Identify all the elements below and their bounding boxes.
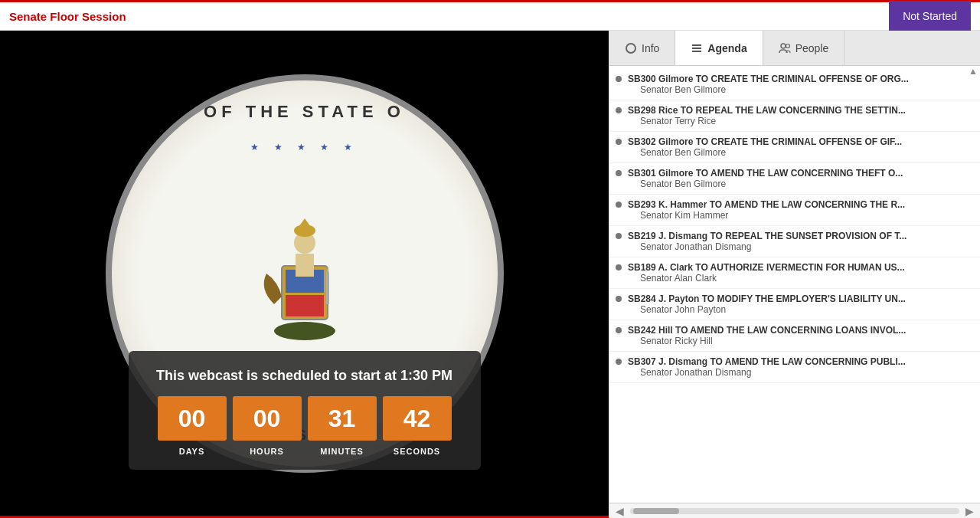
agenda-item-title: SB302 Gilmore TO CREATE THE CRIMINAL OFF… — [628, 136, 972, 147]
agenda-bullet — [616, 139, 622, 145]
agenda-bullet — [616, 264, 622, 270]
agenda-item-title: SB307 J. Dismang TO AMEND THE LAW CONCER… — [628, 356, 972, 367]
agenda-item-senator: Senator Alan Clark — [628, 273, 972, 284]
list-icon — [691, 42, 703, 54]
agenda-list[interactable]: SB300 Gilmore TO CREATE THE CRIMINAL OFF… — [609, 66, 980, 503]
agenda-bullet — [616, 202, 622, 208]
agenda-item[interactable]: SB302 Gilmore TO CREATE THE CRIMINAL OFF… — [609, 132, 980, 163]
svg-rect-7 — [326, 274, 329, 304]
seal-stars: ★ ★ ★ ★ ★ — [250, 142, 358, 152]
tab-agenda[interactable]: Agenda — [675, 31, 763, 65]
svg-point-10 — [626, 44, 635, 53]
svg-point-14 — [781, 44, 786, 48]
minutes-box: 31 — [308, 396, 377, 441]
circle-icon — [625, 42, 637, 54]
agenda-item[interactable]: SB300 Gilmore TO CREATE THE CRIMINAL OFF… — [609, 69, 980, 100]
seconds-box: 42 — [383, 396, 452, 441]
seconds-label: SECONDS — [383, 447, 452, 456]
tab-bar: Info Agenda — [609, 31, 980, 66]
agenda-item-title: SB301 Gilmore TO AMEND THE LAW CONCERNIN… — [628, 168, 972, 179]
svg-point-15 — [786, 44, 789, 48]
svg-rect-11 — [692, 44, 701, 46]
svg-rect-4 — [296, 254, 314, 277]
tab-agenda-label: Agenda — [707, 42, 746, 54]
svg-rect-2 — [286, 295, 324, 316]
agenda-item-title: SB298 Rice TO REPEAL THE LAW CONCERNING … — [628, 105, 972, 116]
hours-label: HOURS — [233, 447, 302, 456]
svg-point-9 — [274, 322, 335, 340]
agenda-item[interactable]: SB293 K. Hammer TO AMEND THE LAW CONCERN… — [609, 195, 980, 226]
agenda-item-title: SB284 J. Payton TO MODIFY THE EMPLOYER'S… — [628, 293, 972, 304]
agenda-item[interactable]: SB189 A. Clark TO AUTHORIZE IVERMECTIN F… — [609, 257, 980, 289]
agenda-item-title: SB293 K. Hammer TO AMEND THE LAW CONCERN… — [628, 199, 972, 210]
agenda-bullet — [616, 296, 622, 302]
countdown-message: This webcast is scheduled to start at 1:… — [152, 368, 458, 384]
countdown-boxes: 00 00 31 42 — [152, 396, 458, 441]
not-started-button[interactable]: Not Started — [889, 1, 971, 31]
agenda-item-title: SB219 J. Dismang TO REPEAL THE SUNSET PR… — [628, 231, 972, 241]
agenda-item-senator: Senator Ben Gilmore — [628, 84, 972, 95]
page-title: Senate Floor Session — [9, 10, 126, 23]
agenda-item[interactable]: SB219 J. Dismang TO REPEAL THE SUNSET PR… — [609, 226, 980, 257]
agenda-bullet — [616, 327, 622, 333]
right-panel: Info Agenda — [609, 31, 980, 518]
agenda-item-title: SB300 Gilmore TO CREATE THE CRIMINAL OFF… — [628, 74, 972, 84]
agenda-item[interactable]: SB242 Hill TO AMEND THE LAW CONCERNING L… — [609, 320, 980, 352]
agenda-bullet — [616, 359, 622, 365]
agenda-item-senator: Senator Jonathan Dismang — [628, 367, 972, 378]
people-icon — [779, 42, 791, 54]
header: Senate Floor Session Not Started — [0, 0, 980, 31]
scroll-up-button[interactable]: ▲ — [968, 66, 978, 77]
agenda-bullet — [616, 170, 622, 176]
agenda-item-senator: Senator Jonathan Dismang — [628, 241, 972, 252]
agenda-item[interactable]: SB284 J. Payton TO MODIFY THE EMPLOYER'S… — [609, 289, 980, 320]
scroll-thumb[interactable] — [633, 508, 679, 514]
seal-figure — [236, 212, 374, 350]
agenda-bullet — [616, 233, 622, 239]
agenda-bullet — [616, 76, 622, 82]
countdown-labels: DAYS HOURS MINUTES SECONDS — [152, 447, 458, 456]
scroll-left-button[interactable]: ◀ — [612, 505, 627, 517]
agenda-item-senator: Senator Ben Gilmore — [628, 179, 972, 189]
horizontal-scrollbar: ◀ ▶ — [609, 503, 980, 518]
agenda-item[interactable]: SB298 Rice TO REPEAL THE LAW CONCERNING … — [609, 100, 980, 132]
agenda-item-senator: Senator Kim Hammer — [628, 210, 972, 221]
agenda-item-senator: Senator Ricky Hill — [628, 336, 972, 346]
svg-rect-13 — [692, 51, 701, 52]
agenda-item[interactable]: SB307 J. Dismang TO AMEND THE LAW CONCER… — [609, 352, 980, 383]
main-content: OF THE STATE O ★ ★ ★ ★ ★ — [0, 31, 980, 518]
video-area: OF THE STATE O ★ ★ ★ ★ ★ — [0, 31, 609, 518]
days-label: DAYS — [158, 447, 227, 456]
agenda-item-senator: Senator Ben Gilmore — [628, 147, 972, 158]
tab-people[interactable]: People — [763, 31, 845, 65]
svg-rect-12 — [692, 48, 701, 49]
agenda-item-title: SB242 Hill TO AMEND THE LAW CONCERNING L… — [628, 325, 972, 336]
tab-info-label: Info — [642, 42, 659, 54]
minutes-label: MINUTES — [308, 447, 377, 456]
seal-text-1: OF THE STATE O — [204, 102, 405, 122]
agenda-bullet — [616, 107, 622, 113]
scroll-right-button[interactable]: ▶ — [962, 505, 977, 517]
days-box: 00 — [158, 396, 227, 441]
agenda-item-title: SB189 A. Clark TO AUTHORIZE IVERMECTIN F… — [628, 262, 972, 273]
svg-point-6 — [294, 225, 315, 237]
scroll-track[interactable] — [630, 508, 959, 514]
agenda-item[interactable]: SB301 Gilmore TO AMEND THE LAW CONCERNIN… — [609, 163, 980, 195]
countdown-overlay: This webcast is scheduled to start at 1:… — [129, 351, 481, 470]
agenda-item-senator: Senator John Payton — [628, 304, 972, 315]
agenda-item-senator: Senator Terry Rice — [628, 116, 972, 126]
hours-box: 00 — [233, 396, 302, 441]
tab-info[interactable]: Info — [609, 31, 675, 65]
tab-people-label: People — [795, 42, 829, 54]
